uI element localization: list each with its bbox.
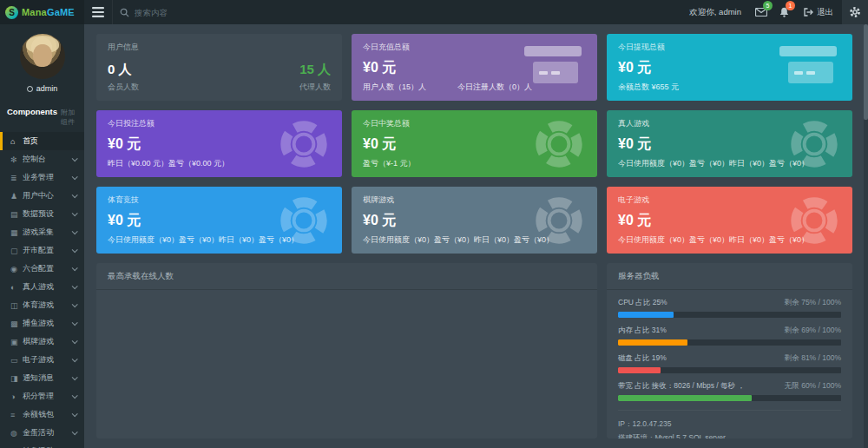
stat-card-value: ¥0 元	[363, 135, 586, 154]
info-label: IP：	[618, 419, 633, 428]
sidebar-item-points-manage[interactable]: ◑积分管理	[0, 387, 84, 405]
logout-label: 退出	[817, 7, 833, 18]
sidebar-menu: ⌂首页✻控制台≣业务管理♟用户中心▤数据预设▦游戏采集▢开市配置◉六合配置◐真人…	[0, 132, 84, 448]
notifications-button[interactable]: 1	[773, 0, 795, 24]
section-subtitle: 附加组件	[61, 108, 77, 127]
info-value: 12.0.47.235	[633, 419, 672, 428]
scrollbar-track[interactable]	[864, 24, 868, 448]
server-load-body: CPU 占比 25%剩余 75% / 100%内存 占比 31%剩余 69% /…	[607, 290, 852, 438]
sidebar-toggle-button[interactable]	[84, 0, 112, 24]
stat-sub-item: 昨日（¥0.00 元）盈亏（¥0.00 元）	[108, 158, 229, 169]
settings-button[interactable]	[842, 0, 868, 24]
scrollbar-thumb[interactable]	[864, 24, 868, 120]
sidebar-item-liuhe-config[interactable]: ◉六合配置	[0, 260, 84, 278]
sidebar-item-slot-games[interactable]: ▭电子游戏	[0, 351, 84, 369]
stat-card-体育竞技[interactable]: 体育竞技¥0 元今日使用额度（¥0）盈亏（¥0）昨日（¥0）盈亏（¥0）	[96, 187, 342, 254]
cards-icon: ▣	[10, 338, 23, 346]
avatar[interactable]	[20, 34, 65, 79]
sidebar-item-notify-message[interactable]: ◨通知消息	[0, 369, 84, 387]
hamburger-icon	[92, 7, 104, 17]
sidebar-item-game-collect[interactable]: ▦游戏采集	[0, 223, 84, 241]
sidebar-item-label: 开市配置	[23, 245, 72, 256]
stat-card-value: ¥0 元	[108, 212, 331, 230]
stat-sub-item: 今日使用额度（¥0）盈亏（¥0）昨日（¥0）盈亏（¥0）	[618, 234, 809, 246]
sidebar-item-wheel-activity[interactable]: ◔转盘活动	[0, 442, 84, 448]
stat-card-今日投注总额[interactable]: 今日投注总额¥0 元昨日（¥0.00 元）盈亏（¥0.00 元）	[96, 110, 342, 177]
chevron-down-icon	[72, 301, 78, 307]
stat-card-用户信息[interactable]: 用户信息0 人会员人数15 人代理人数	[96, 34, 342, 101]
sidebar-item-golden-egg[interactable]: ◍金蛋活动	[0, 424, 84, 442]
egg-icon: ◍	[10, 429, 23, 438]
stat-card-今日提现总额[interactable]: 今日提现总额¥0 元余额总数 ¥655 元	[607, 34, 852, 101]
members-count-label: 会员人数	[108, 82, 139, 93]
meter-label: 磁盘 占比 19%	[618, 353, 667, 364]
search-bar[interactable]	[113, 8, 265, 17]
stat-sub-item: 余额总数 ¥655 元	[618, 82, 679, 93]
info-value: Mysql 5.7 SQL server	[655, 433, 726, 439]
online-users-panel: 最高承载在线人数	[96, 263, 597, 438]
stat-card-title: 今日提现总额	[618, 42, 841, 53]
logo-text: ManaGaME	[22, 7, 75, 17]
server-info: IP：12.0.47.235搭建环境：Mysql 5.7 SQL server服…	[618, 410, 841, 438]
online-status-icon	[27, 86, 33, 92]
stat-card-title: 真人游戏	[618, 118, 841, 129]
sidebar-item-data-preset[interactable]: ▤数据预设	[0, 205, 84, 223]
gear-icon	[849, 6, 861, 18]
home-icon: ⌂	[10, 137, 23, 146]
stat-card-value: ¥0 元	[618, 135, 841, 154]
sidebar-item-board-games[interactable]: ▣棋牌游戏	[0, 333, 84, 351]
meter-fill	[618, 367, 661, 373]
meter-label: CPU 占比 25%	[618, 298, 667, 308]
stat-card-value: ¥0 元	[363, 59, 586, 77]
sidebar-item-label: 棋牌游戏	[23, 336, 72, 347]
sidebar-item-label: 捕鱼游戏	[23, 318, 72, 329]
stat-card-subtext: 盈亏（¥-1 元）	[363, 158, 586, 169]
meter-remaining: 剩余 75% / 100%	[785, 298, 841, 308]
stat-card-title: 今日投注总额	[108, 118, 331, 129]
sidebar-item-business-manage[interactable]: ≣业务管理	[0, 168, 84, 187]
messages-button[interactable]: 5	[750, 0, 773, 24]
sidebar-item-console[interactable]: ✻控制台	[0, 150, 84, 168]
meter-track	[618, 395, 841, 401]
sidebar-item-sports-games[interactable]: ◫体育游戏	[0, 296, 84, 314]
coin-icon: ◑	[10, 392, 23, 401]
stat-card-今日充值总额[interactable]: 今日充值总额¥0 元用户人数（15）人今日注册人数（0）人	[352, 34, 597, 101]
stat-sub-item: 今日使用额度（¥0）盈亏（¥0）昨日（¥0）盈亏（¥0）	[363, 234, 554, 246]
search-input[interactable]	[135, 8, 265, 17]
stat-card-电子游戏[interactable]: 电子游戏¥0 元今日使用额度（¥0）盈亏（¥0）昨日（¥0）盈亏（¥0）	[607, 187, 852, 254]
pointer-icon: ◐	[10, 283, 23, 292]
stat-card-真人游戏[interactable]: 真人游戏¥0 元今日使用额度（¥0）盈亏（¥0）昨日（¥0）盈亏（¥0）	[607, 110, 852, 177]
sidebar-item-label: 真人游戏	[23, 281, 72, 293]
members-count-value: 0 人	[108, 62, 139, 78]
sidebar-item-label: 游戏采集	[23, 227, 72, 238]
meter-remaining: 剩余 81% / 100%	[785, 353, 841, 364]
screen-icon: ▭	[10, 356, 23, 365]
trophy-icon: ◫	[10, 301, 23, 310]
agents-count-label: 代理人数	[299, 82, 331, 93]
meter-track	[618, 367, 841, 373]
sidebar-item-user-center[interactable]: ♟用户中心	[0, 187, 84, 205]
chevron-down-icon	[72, 192, 78, 198]
app-logo[interactable]: S ManaGaME	[0, 0, 84, 24]
sidebar-item-live-games[interactable]: ◐真人游戏	[0, 278, 84, 296]
stat-card-value: ¥0 元	[108, 135, 331, 154]
sidebar-item-label: 电子游戏	[23, 354, 72, 366]
logout-button[interactable]: 退出	[795, 0, 842, 24]
meter-remaining: 无限 60% / 100%	[785, 381, 841, 392]
sidebar-item-home[interactable]: ⌂首页	[0, 132, 84, 150]
topbar: S ManaGaME 欢迎你, admin 5 1 退出	[0, 0, 868, 24]
chevron-down-icon	[72, 228, 78, 234]
chevron-down-icon	[72, 283, 78, 289]
sidebar-item-balance-wallet[interactable]: ≡余额钱包	[0, 405, 84, 424]
stat-card-今日中奖总额[interactable]: 今日中奖总额¥0 元盈亏（¥-1 元）	[352, 110, 597, 177]
stat-card-棋牌游戏[interactable]: 棋牌游戏¥0 元今日使用额度（¥0）盈亏（¥0）昨日（¥0）盈亏（¥0）	[352, 187, 597, 254]
server-meter-2: 磁盘 占比 19%剩余 81% / 100%	[618, 353, 841, 373]
stat-card-value: ¥0 元	[363, 212, 586, 230]
stat-card-title: 今日充值总额	[363, 42, 586, 53]
stat-card-title: 电子游戏	[618, 194, 841, 206]
sidebar-item-market-config[interactable]: ▢开市配置	[0, 241, 84, 260]
sidebar-item-fishing-games[interactable]: ▩捕鱼游戏	[0, 314, 84, 333]
main-content: 用户信息0 人会员人数15 人代理人数今日充值总额¥0 元用户人数（15）人今日…	[84, 24, 864, 448]
members-count-col: 0 人会员人数	[108, 62, 139, 93]
chevron-down-icon	[72, 320, 78, 326]
